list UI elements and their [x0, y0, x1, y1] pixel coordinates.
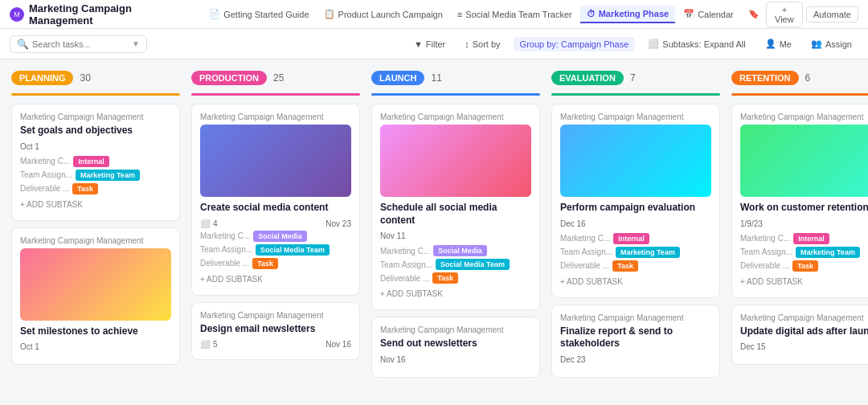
- card-image: [200, 125, 351, 197]
- card-p1[interactable]: Marketing Campaign ManagementSet goals a…: [11, 104, 180, 221]
- col-line-planning: [11, 93, 180, 96]
- card-date: 1/9/23: [740, 219, 868, 228]
- search-icon: 🔍: [17, 39, 29, 50]
- tab-calendar[interactable]: 📅 Calendar: [677, 6, 740, 22]
- card-pr1[interactable]: Marketing Campaign ManagementCreate soci…: [191, 104, 360, 296]
- col-badge-retention: RETENTION: [731, 71, 799, 85]
- col-count-planning: 30: [80, 72, 90, 84]
- card-tags-row3: Deliverable ... Task: [20, 183, 171, 194]
- view-button[interactable]: + View: [766, 2, 803, 27]
- col-badge-evaluation: EVALUATION: [551, 71, 624, 85]
- tag-marketing-team: Marketing Team: [796, 247, 860, 258]
- tag-task: Task: [792, 260, 818, 272]
- card-tags-row3: Deliverable ... Task: [740, 260, 868, 272]
- tab-marketing-phase[interactable]: ⏱ Marketing Phase: [580, 6, 675, 23]
- card-title: Set goals and objectives: [20, 125, 171, 137]
- top-nav: M Marketing Campaign Management 📄 Gettin…: [0, 0, 868, 29]
- card-meta: Marketing Campaign Management: [740, 313, 868, 322]
- col-badge-launch: LAUNCH: [371, 71, 424, 85]
- row1-label: Marketing C...: [200, 231, 250, 240]
- card-r1[interactable]: Marketing Campaign ManagementWork on cus…: [731, 104, 868, 298]
- card-meta: Marketing Campaign Management: [20, 236, 171, 245]
- card-r2[interactable]: Marketing Campaign ManagementUpdate digi…: [731, 305, 868, 366]
- tag-internal: Internal: [73, 156, 109, 167]
- card-title: Design email newsletters: [200, 323, 351, 336]
- tag-task: Task: [252, 258, 278, 269]
- card-meta: Marketing Campaign Management: [560, 313, 711, 322]
- add-subtask-button[interactable]: + ADD SUBTASK: [20, 197, 171, 212]
- col-header-planning: PLANNING 30: [11, 71, 180, 85]
- add-subtask-button[interactable]: + ADD SUBTASK: [740, 274, 868, 289]
- tab-product-launch[interactable]: 📋 Product Launch Campaign: [317, 6, 449, 22]
- card-tags-row2: Team Assign... Social Media Team: [380, 259, 531, 270]
- card-meta: Marketing Campaign Management: [20, 112, 171, 121]
- col-line-launch: [371, 93, 540, 96]
- row1-label: Marketing C...: [740, 234, 790, 243]
- app-title: Marketing Campaign Management: [29, 2, 191, 27]
- card-tags-row1: Marketing C... Internal: [560, 233, 711, 244]
- row2-label: Team Assign...: [380, 260, 432, 269]
- card-e2[interactable]: Marketing Campaign ManagementFinalize re…: [551, 305, 720, 378]
- col-count-retention: 6: [805, 72, 811, 84]
- me-button[interactable]: 👤 Me: [759, 36, 798, 51]
- tab-ref[interactable]: 🔖 Ref:: [742, 6, 761, 22]
- row3-label: Deliverable ...: [200, 259, 249, 268]
- card-l1[interactable]: Marketing Campaign ManagementSchedule al…: [371, 104, 540, 310]
- card-image: [740, 125, 868, 197]
- card-image: [20, 248, 171, 321]
- assign-button[interactable]: 👥 Assign: [805, 36, 858, 51]
- subtask-icon: ⬜: [200, 340, 210, 349]
- card-e1[interactable]: Marketing Campaign ManagementPerform cam…: [551, 104, 720, 298]
- column-retention: RETENTION 6 Marketing Campaign Managemen…: [731, 71, 868, 394]
- card-p2[interactable]: Marketing Campaign ManagementSet milesto…: [11, 227, 180, 366]
- add-subtask-button[interactable]: + ADD SUBTASK: [560, 274, 711, 289]
- search-input[interactable]: [32, 39, 129, 49]
- column-planning: PLANNING 30 Marketing Campaign Managemen…: [11, 71, 180, 394]
- card-image: [560, 125, 711, 197]
- assign-icon: 👥: [811, 39, 822, 49]
- search-box[interactable]: 🔍 ▼: [10, 35, 147, 53]
- tab-getting-started[interactable]: 📄 Getting Started Guide: [203, 6, 315, 22]
- add-subtask-button[interactable]: + ADD SUBTASK: [380, 286, 531, 301]
- subtask-row: ⬜ 4 Nov 23: [200, 219, 351, 228]
- card-title: Work on customer retention: [740, 202, 868, 215]
- card-pr2[interactable]: Marketing Campaign ManagementDesign emai…: [191, 302, 360, 361]
- col-header-evaluation: EVALUATION 7: [551, 71, 720, 85]
- col-count-launch: 11: [431, 72, 441, 84]
- group-button[interactable]: Group by: Campaign Phase: [514, 37, 636, 51]
- card-date: Nov 23: [326, 219, 351, 228]
- row1-label: Marketing C...: [560, 234, 610, 243]
- col-header-production: PRODUCTION 25: [191, 71, 360, 85]
- sort-button[interactable]: ↕ Sort by: [458, 37, 506, 51]
- col-count-evaluation: 7: [630, 72, 636, 84]
- card-meta: Marketing Campaign Management: [380, 112, 531, 121]
- card-date: Nov 16: [380, 355, 531, 364]
- card-tags-row2: Team Assign... Marketing Team: [560, 247, 711, 258]
- card-tags-row2: Team Assign... Marketing Team: [740, 247, 868, 258]
- tab-social-media-tracker[interactable]: ≡ Social Media Team Tracker: [451, 6, 579, 22]
- nav-tabs: 📄 Getting Started Guide 📋 Product Launch…: [203, 6, 761, 23]
- card-tags-row2: Team Assign... Social Media Team: [200, 244, 351, 256]
- col-header-retention: RETENTION 6: [731, 71, 868, 85]
- subtask-count: 4: [213, 219, 218, 228]
- column-evaluation: EVALUATION 7 Marketing Campaign Manageme…: [551, 71, 720, 394]
- card-title: Send out newsletters: [380, 338, 531, 350]
- card-tags-row3: Deliverable ... Task: [560, 260, 711, 272]
- tag-task: Task: [72, 183, 98, 194]
- card-meta: Marketing Campaign Management: [740, 112, 868, 121]
- card-l2[interactable]: Marketing Campaign ManagementSend out ne…: [371, 317, 540, 378]
- filter-button[interactable]: ▼ Filter: [407, 37, 452, 51]
- subtasks-button[interactable]: ⬜ Subtasks: Expand All: [641, 36, 751, 51]
- tag-task: Task: [432, 272, 458, 284]
- add-subtask-button[interactable]: + ADD SUBTASK: [200, 272, 351, 287]
- automate-button[interactable]: Automate: [806, 6, 858, 22]
- card-title: Finalize report & send to stakeholders: [560, 325, 711, 350]
- grid-icon: ≡: [457, 10, 462, 19]
- calendar-icon: 📅: [683, 9, 694, 19]
- card-title: Update digital ads after launch: [740, 325, 868, 338]
- card-date: Dec 15: [740, 342, 868, 351]
- list-icon: 📋: [324, 9, 335, 19]
- col-line-evaluation: [551, 93, 720, 96]
- row1-label: Marketing C...: [380, 247, 430, 256]
- card-tags-row2: Team Assign... Marketing Team: [20, 170, 171, 181]
